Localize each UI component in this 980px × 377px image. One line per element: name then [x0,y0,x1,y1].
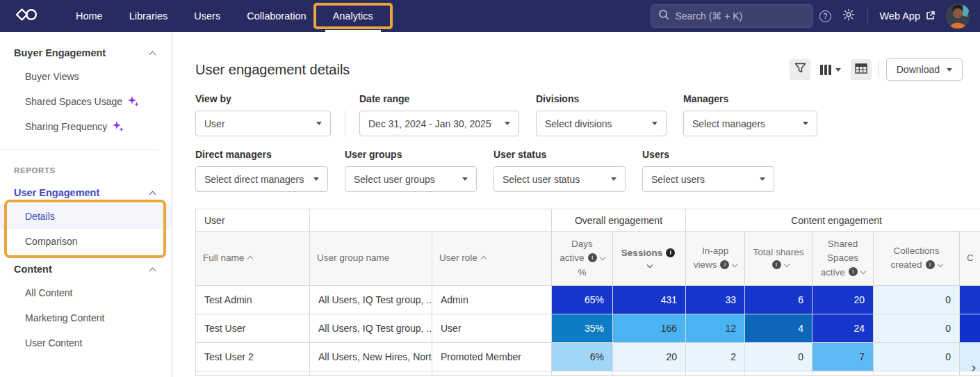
sidebar-item-marketing-content[interactable]: Marketing Content [0,305,172,330]
caret-down-icon [835,68,841,72]
filter-user-groups: User groups Select user groups [345,149,477,192]
sidebar-item-user-content[interactable]: User Content [0,330,172,355]
chevron-down-icon [860,268,865,274]
sharing-frequency-label: Sharing Frequency [25,121,107,132]
filter-managers: Managers Select managers [683,93,817,136]
collections-created-cell: 0 [874,285,960,314]
chevron-down-icon [732,262,737,267]
column-header-full-name[interactable]: Full name [196,232,310,286]
collections-created-cell: 0 [874,314,960,342]
date-range-select[interactable]: Dec 31, 2024 - Jan 30, 2025 [359,111,519,136]
help-icon [819,10,831,22]
sidebar-item-comparison[interactable]: Comparison [0,229,172,254]
sidebar-item-buyer-views[interactable]: Buyer Views [0,64,172,89]
sidebar-section-user-engagement[interactable]: User Engagement [0,182,172,204]
scroll-right-icon[interactable]: › [972,360,976,375]
web-app-link[interactable]: Web App [879,10,936,22]
chevron-down-icon [647,262,653,268]
chevron-up-icon [149,191,156,198]
column-header-collections-created[interactable]: Collections created [874,232,960,286]
column-header-user-role[interactable]: User role [432,232,552,286]
help-button[interactable] [813,4,837,28]
content-header: User engagement details [195,58,980,81]
brand-logo[interactable] [15,6,38,26]
shared-spaces-cell: 20 [812,285,874,314]
truncated-cell [960,314,980,342]
sidebar-item-shared-spaces-usage[interactable]: Shared Spaces Usage [0,89,172,114]
nav-item-libraries[interactable]: Libraries [116,0,181,32]
users-select[interactable]: Select users [642,166,774,192]
user-avatar[interactable] [945,3,970,29]
column-header-shared-spaces-active[interactable]: Shared Spaces active [812,232,874,286]
filter-direct-managers: Direct managers Select direct managers [195,149,328,192]
download-button[interactable]: Download [886,58,963,81]
nav-item-users[interactable]: Users [181,0,234,32]
sidebar-section-buyer-engagement[interactable]: Buyer Engagement [0,42,172,64]
column-header-sessions[interactable]: Sessions [613,232,686,286]
sidebar-item-sharing-frequency[interactable]: Sharing Frequency [0,114,172,139]
sidebar-item-details[interactable]: Details [0,204,172,229]
column-header-in-app-views[interactable]: In-app views [686,232,745,286]
shared-spaces-usage-label: Shared Spaces Usage [25,96,122,107]
primary-nav: Home Libraries Users Collaboration Analy… [63,0,386,32]
info-icon[interactable] [926,260,935,269]
table-view-button[interactable] [851,59,872,80]
nav-right-cluster: Web App [651,3,980,29]
info-icon[interactable] [849,267,858,276]
user-group-cell: All Users, New Hires, Nort... [310,342,432,371]
user-groups-select[interactable]: Select user groups [345,166,477,192]
info-icon[interactable] [772,260,781,269]
filter-user-status: User status Select user status [493,149,626,192]
info-icon[interactable] [588,253,597,262]
info-icon[interactable] [666,248,675,257]
global-search[interactable] [651,4,813,28]
total-shares-header-label: Total shares [753,247,804,257]
divisions-select[interactable]: Select divisions [536,111,667,136]
table-row[interactable]: Test Admin All Users, IQ Test group, ...… [196,285,980,314]
user-status-select[interactable]: Select user status [493,166,626,192]
caret-down-icon [313,177,319,181]
column-header-total-shares[interactable]: Total shares [745,232,812,286]
nav-item-home[interactable]: Home [63,0,116,32]
view-by-label: View by [195,93,331,104]
caret-down-icon [947,68,952,72]
table-column-header-row: Full name User group name User role Days… [196,232,980,286]
in-app-views-cell: 12 [686,314,745,342]
sidebar-item-all-content[interactable]: All Content [0,280,172,305]
nav-item-analytics-label: Analytics [333,10,373,22]
search-input[interactable] [675,10,800,22]
managers-select[interactable]: Select managers [683,111,817,136]
content-label: Content [14,264,52,275]
caret-down-icon [505,122,510,125]
nav-item-analytics[interactable]: Analytics [320,0,386,32]
user-group-cell: All Users, IQ Test group, ... [310,285,432,314]
date-range-label: Date range [359,93,519,104]
filter-button[interactable] [790,59,810,80]
users-value: Select users [651,174,705,185]
columns-button[interactable] [817,59,844,80]
managers-label: Managers [683,93,817,104]
user-role-cell: User [432,314,552,342]
view-by-select[interactable]: User [195,111,331,136]
column-header-truncated[interactable]: C [960,232,980,286]
users-label: Users [642,149,774,160]
full-name-cell: Test User [196,314,310,342]
table-row[interactable]: Test User 2 All Users, New Hires, Nort..… [196,342,980,371]
sidebar-section-content[interactable]: Content [0,258,172,280]
table-row-partial [196,371,980,375]
divisions-value: Select divisions [545,118,612,129]
full-name-header-label: Full name [203,252,244,263]
nav-item-collaboration[interactable]: Collaboration [234,0,319,32]
report-toolbar: Download [790,58,963,81]
column-header-user-group-name[interactable]: User group name [310,232,432,286]
info-icon[interactable] [720,260,729,269]
page-body: Buyer Engagement Buyer Views Shared Spac… [0,32,980,377]
column-header-days-active[interactable]: Days active % [552,232,613,286]
table-row[interactable]: Test User All Users, IQ Test group, ... … [196,314,980,342]
settings-button[interactable] [837,4,860,28]
engagement-table: User Overall engagement Content engageme… [195,209,980,376]
managers-value: Select managers [692,118,765,129]
direct-managers-select[interactable]: Select direct managers [195,166,328,192]
user-role-cell: Admin [432,285,552,314]
chevron-up-icon [149,51,156,58]
